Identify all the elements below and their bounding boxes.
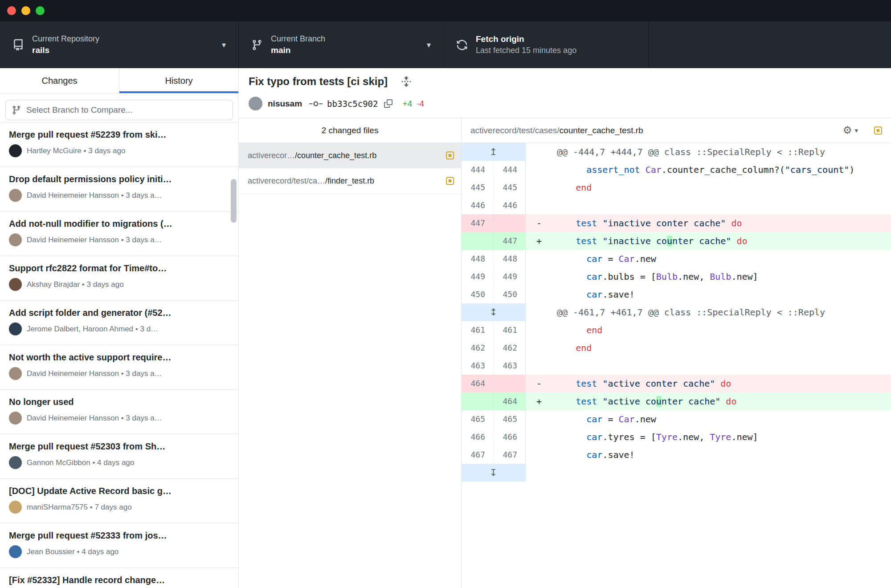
compare-branch-icon xyxy=(12,105,21,115)
fetch-origin-button[interactable]: Fetch origin Last fetched 15 minutes ago xyxy=(444,21,649,68)
file-row[interactable]: activerecor…/counter_cache_test.rb xyxy=(239,143,461,168)
code-token: end xyxy=(576,343,592,353)
commit-list-meta: Akshay Birajdar • 3 days ago xyxy=(9,278,229,291)
commit-header: Fix typo from tests [ci skip] nisusam bb… xyxy=(239,68,891,118)
diff-marker xyxy=(526,339,554,357)
diff-panel: activerecord/test/cases/counter_cache_te… xyxy=(462,118,891,588)
commit-list-title: Merge pull request #52333 from jos… xyxy=(9,531,229,541)
code-token: car xyxy=(586,432,602,442)
file-row[interactable]: activerecord/test/ca…/finder_test.rb xyxy=(239,168,461,194)
diff-marker: + xyxy=(526,392,554,410)
expand-hunk-button[interactable]: ↕ xyxy=(462,303,526,321)
new-line-number: 461 xyxy=(494,321,526,339)
list-item[interactable]: Merge pull request #52333 from jos…Jean … xyxy=(0,523,238,568)
copy-icon[interactable] xyxy=(384,99,392,108)
list-item[interactable]: Merge pull request #52303 from Sh…Gannon… xyxy=(0,434,238,479)
code-line[interactable]: end xyxy=(554,321,891,339)
avatar xyxy=(9,456,22,469)
old-line-number xyxy=(462,392,494,410)
expand-commit-icon[interactable] xyxy=(401,76,412,87)
code-line[interactable]: car.save! xyxy=(554,286,891,303)
code-line[interactable]: test "active conter cache" do xyxy=(554,375,891,392)
list-item[interactable]: [DOC] Update Active Record basic g…maniS… xyxy=(0,479,238,523)
list-item[interactable]: Add not-null modifier to migrations (…Da… xyxy=(0,212,238,256)
code-line[interactable]: test "active counter cache" do xyxy=(554,392,891,410)
expand-down-button[interactable]: ↧ xyxy=(462,464,526,482)
sidebar-scrollbar-thumb[interactable] xyxy=(231,179,237,223)
code-line[interactable] xyxy=(554,357,891,375)
code-line[interactable] xyxy=(554,196,891,214)
expand-icon: ↧ xyxy=(490,468,498,478)
minimize-button[interactable] xyxy=(21,6,30,15)
old-line-number: 464 xyxy=(462,375,494,392)
code-token: nter cache" xyxy=(662,396,720,407)
code-line[interactable]: end xyxy=(554,179,891,196)
code-line[interactable]: car.tyres = [Tyre.new, Tyre.new] xyxy=(554,428,891,446)
compare-branch-wrap xyxy=(5,100,233,120)
code-token: "inactive co xyxy=(602,236,667,246)
close-button[interactable] xyxy=(7,6,16,15)
list-item[interactable]: Not worth the active support require…Dav… xyxy=(0,345,238,390)
list-item[interactable]: No longer usedDavid Heinemeier Hansson •… xyxy=(0,390,238,434)
code-token: do xyxy=(726,396,736,407)
code-token: .tyres = [ xyxy=(602,432,656,442)
commit-meta-text: David Heinemeier Hansson • 3 days a… xyxy=(27,414,162,423)
avatar xyxy=(9,412,22,425)
code-line[interactable]: car = Car.new xyxy=(554,250,891,268)
diff-marker xyxy=(526,250,554,268)
list-item[interactable]: Drop default permissions policy initi…Da… xyxy=(0,167,238,212)
list-item[interactable]: Add script folder and generator (#52…Jer… xyxy=(0,301,238,345)
code-token: .bulbs = [ xyxy=(602,271,656,282)
code-token: car xyxy=(586,449,602,460)
new-line-number: 465 xyxy=(494,410,526,428)
code-line[interactable]: end xyxy=(554,339,891,357)
chevron-down-icon: ▾ xyxy=(427,40,431,50)
new-line-number xyxy=(494,375,526,392)
diff-marker xyxy=(526,286,554,303)
modified-icon xyxy=(446,151,454,159)
zoom-button[interactable] xyxy=(36,6,45,15)
file-name-suffix: /counter_cache_test.rb xyxy=(295,151,376,160)
current-repository-button[interactable]: Current Repository rails ▾ xyxy=(0,21,239,68)
expand-hunk-button[interactable]: ↥ xyxy=(462,143,526,161)
code-token: .new xyxy=(635,414,656,425)
file-name: activerecord/test/ca…/finder_test.rb xyxy=(248,176,441,186)
tab-changes[interactable]: Changes xyxy=(0,68,119,93)
list-item[interactable]: Merge pull request #52239 from ski…Hartl… xyxy=(0,122,238,167)
code-line[interactable]: car.bulbs = [Bulb.new, Bulb.new] xyxy=(554,268,891,286)
chevron-down-icon[interactable]: ▾ xyxy=(854,127,858,135)
code-line[interactable]: car.save! xyxy=(554,446,891,464)
code-token: car xyxy=(586,271,602,282)
code-line[interactable]: car = Car.new xyxy=(554,410,891,428)
branch-name: main xyxy=(271,45,325,55)
commit-list-title: Drop default permissions policy initi… xyxy=(9,174,229,184)
toolbar-empty-area xyxy=(649,21,891,68)
file-name-suffix: /finder_test.rb xyxy=(325,176,374,185)
code-token xyxy=(554,378,576,389)
old-line-number: 461 xyxy=(462,321,494,339)
gear-icon[interactable]: ⚙ xyxy=(843,124,852,136)
current-branch-button[interactable]: Current Branch main ▾ xyxy=(239,21,444,68)
list-item[interactable]: Support rfc2822 format for Time#to…Aksha… xyxy=(0,256,238,301)
diff-marker xyxy=(526,321,554,339)
tab-history[interactable]: History xyxy=(119,68,238,93)
commit-list-meta: Jerome Dalbert, Haroon Ahmed • 3 d… xyxy=(9,323,229,335)
code-line[interactable]: assert_not Car.counter_cache_column?("ca… xyxy=(554,161,891,179)
diff-row: 464- test "active conter cache" do xyxy=(462,375,891,392)
diff-row: ↥@@ -444,7 +444,7 @@ class ::SpecialRepl… xyxy=(462,143,891,161)
diff-file-path: activerecord/test/cases/counter_cache_te… xyxy=(470,126,843,135)
tab-changes-label: Changes xyxy=(41,76,77,86)
commit-list-meta: maniSHarma7575 • 7 days ago xyxy=(9,501,229,514)
diff-marker xyxy=(526,268,554,286)
code-line[interactable]: test "inactive counter cache" do xyxy=(554,232,891,250)
hunk-header-text: @@ -444,7 +444,7 @@ class ::SpecialReply… xyxy=(526,143,891,161)
sync-icon xyxy=(456,39,468,51)
diff-row: 461461 end xyxy=(462,321,891,339)
code-line[interactable]: test "inactive conter cache" do xyxy=(554,214,891,232)
list-item[interactable]: [Fix #52332] Handle record change… xyxy=(0,568,238,588)
additions-count: +4 xyxy=(402,99,412,109)
code-token xyxy=(554,432,586,442)
compare-branch-input[interactable] xyxy=(5,100,233,120)
code-token xyxy=(720,396,726,407)
avatar xyxy=(9,545,22,558)
